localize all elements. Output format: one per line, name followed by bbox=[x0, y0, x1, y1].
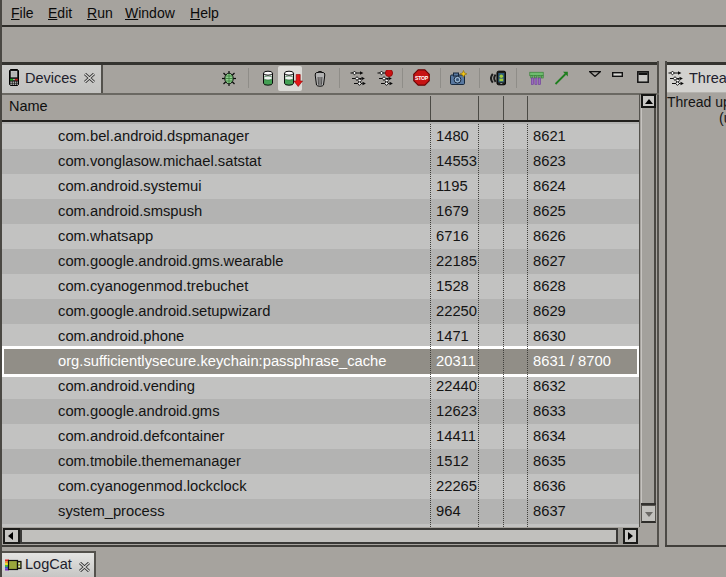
svg-text:STOP: STOP bbox=[415, 75, 429, 81]
